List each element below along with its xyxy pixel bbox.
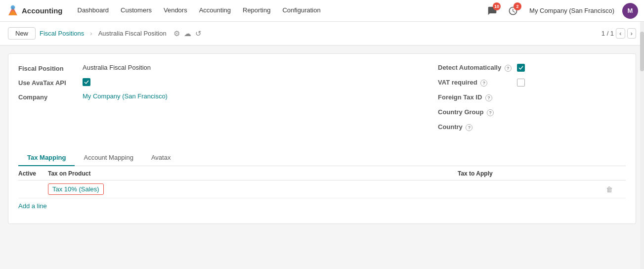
- form-left: Fiscal Position Australia Fiscal Positio…: [18, 64, 438, 138]
- scrollbar-thumb[interactable]: [640, 32, 644, 71]
- vat-required-row: VAT required ?: [438, 79, 626, 87]
- discard-icon[interactable]: ↺: [195, 29, 202, 38]
- delete-icon[interactable]: 🗑: [606, 185, 613, 193]
- next-button[interactable]: ›: [627, 28, 636, 39]
- col-tax-apply-header: Tax to Apply: [458, 170, 606, 177]
- nav-dashboard[interactable]: Dashboard: [72, 0, 115, 22]
- brand-name: Accounting: [22, 6, 63, 15]
- detect-auto-checkbox[interactable]: [517, 64, 525, 72]
- settings-icon[interactable]: ⚙: [173, 29, 180, 38]
- company-value[interactable]: My Company (San Francisco): [83, 92, 168, 100]
- country-group-label: Country Group ?: [438, 108, 517, 116]
- clock-badge: 2: [514, 2, 521, 10]
- nav-configuration[interactable]: Configuration: [276, 0, 326, 22]
- tabs-bar: Tax Mapping Account Mapping Avatax: [18, 150, 626, 166]
- fiscal-position-label: Fiscal Position: [18, 64, 83, 72]
- main-content: Fiscal Position Australia Fiscal Positio…: [0, 45, 644, 232]
- vat-required-help[interactable]: ?: [480, 80, 487, 87]
- user-avatar[interactable]: M: [622, 3, 638, 19]
- svg-point-2: [11, 5, 15, 9]
- use-avatax-checkbox[interactable]: [83, 78, 90, 86]
- row-action: 🗑: [606, 185, 626, 193]
- country-row: Country ?: [438, 123, 626, 131]
- table-header: Active Tax on Product Tax to Apply: [18, 166, 626, 180]
- top-navigation: Accounting Dashboard Customers Vendors A…: [0, 0, 644, 22]
- toolbar-actions: ⚙ ☁ ↺: [173, 29, 202, 38]
- fiscal-position-value: Australia Fiscal Position: [83, 64, 151, 71]
- tax-product-value[interactable]: Tax 10% (Sales): [48, 183, 104, 195]
- tab-content-tax-mapping: Active Tax on Product Tax to Apply Tax 1…: [18, 166, 626, 214]
- form-top: Fiscal Position Australia Fiscal Positio…: [18, 64, 626, 138]
- nav-customers[interactable]: Customers: [115, 0, 158, 22]
- add-line[interactable]: Add a line: [18, 198, 626, 214]
- app-logo[interactable]: [6, 4, 20, 18]
- vat-required-checkbox[interactable]: [517, 79, 525, 87]
- tab-avatax[interactable]: Avatax: [142, 150, 180, 166]
- company-label: Company: [18, 92, 83, 101]
- nav-accounting[interactable]: Accounting: [193, 0, 237, 22]
- detect-auto-help[interactable]: ?: [505, 65, 512, 72]
- tab-tax-mapping[interactable]: Tax Mapping: [18, 150, 75, 166]
- prev-button[interactable]: ‹: [616, 28, 625, 39]
- breadcrumb-parent[interactable]: Fiscal Positions: [40, 30, 84, 37]
- use-avatax-label: Use AvaTax API: [18, 78, 83, 87]
- table-row: Tax 10% (Sales) 🗑: [18, 180, 626, 198]
- country-label: Country ?: [438, 123, 517, 131]
- form-right: Detect Automatically ? VAT required ?: [438, 64, 626, 138]
- fiscal-position-row: Fiscal Position Australia Fiscal Positio…: [18, 64, 438, 72]
- country-group-help[interactable]: ?: [487, 109, 494, 116]
- nav-vendors[interactable]: Vendors: [158, 0, 193, 22]
- detect-auto-label: Detect Automatically ?: [438, 64, 517, 72]
- messages-badge: 10: [493, 2, 501, 10]
- toolbar: New Fiscal Positions › Australia Fiscal …: [0, 22, 644, 45]
- col-active-header: Active: [18, 170, 48, 177]
- form-card: Fiscal Position Australia Fiscal Positio…: [8, 53, 636, 224]
- messages-button[interactable]: 10: [484, 2, 501, 19]
- foreign-tax-label: Foreign Tax ID ?: [438, 93, 517, 101]
- foreign-tax-row: Foreign Tax ID ?: [438, 93, 626, 101]
- country-help[interactable]: ?: [466, 124, 472, 131]
- country-group-row: Country Group ?: [438, 108, 626, 116]
- topnav-right: 10 2 My Company (San Francisco) M: [484, 2, 638, 19]
- nav-reporting[interactable]: Reporting: [237, 0, 276, 22]
- company-name: My Company (San Francisco): [529, 7, 614, 14]
- new-button[interactable]: New: [8, 27, 36, 40]
- tab-account-mapping[interactable]: Account Mapping: [75, 150, 142, 166]
- pagination-text: 1 / 1: [601, 30, 614, 37]
- vat-required-label: VAT required ?: [438, 79, 517, 87]
- clock-button[interactable]: 2: [505, 2, 521, 19]
- use-avatax-row: Use AvaTax API: [18, 78, 438, 87]
- breadcrumb-separator: ›: [90, 30, 92, 37]
- detect-auto-row: Detect Automatically ?: [438, 64, 626, 72]
- col-action-header: [606, 170, 626, 177]
- scrollbar-track[interactable]: [640, 22, 644, 269]
- foreign-tax-help[interactable]: ?: [485, 94, 492, 101]
- company-row: Company My Company (San Francisco): [18, 92, 438, 101]
- breadcrumb-current: Australia Fiscal Position: [98, 30, 167, 37]
- col-tax-product-header: Tax on Product: [48, 170, 458, 177]
- pagination: 1 / 1 ‹ ›: [601, 28, 636, 39]
- upload-icon[interactable]: ☁: [184, 29, 191, 38]
- row-tax-product: Tax 10% (Sales): [48, 183, 458, 195]
